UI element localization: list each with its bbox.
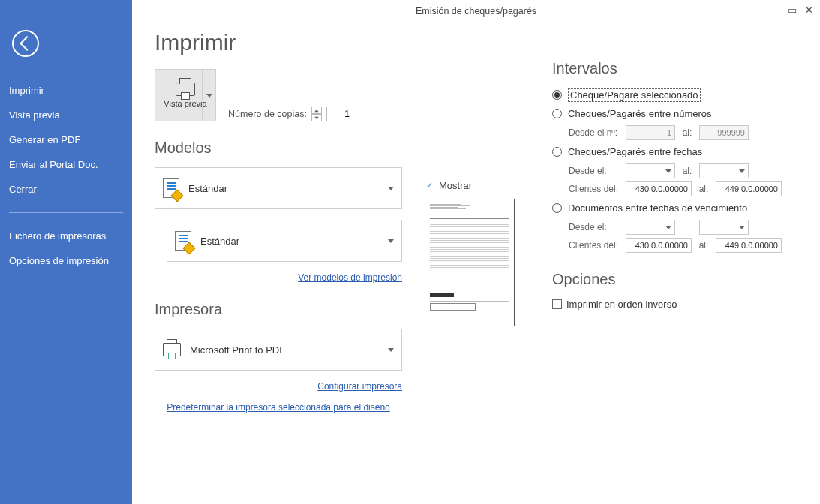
intervalos-heading: Intervalos <box>552 60 797 77</box>
radio-between-dates[interactable]: Cheques/Pagarés entre fechas <box>552 146 797 158</box>
predeterminar-link[interactable]: Predeterminar la impresora seleccionada … <box>155 402 402 412</box>
date-to[interactable] <box>699 164 749 178</box>
sidebar-item-fichero[interactable]: Fichero de impresoras <box>0 224 132 248</box>
opciones-heading: Opciones <box>552 271 797 288</box>
radio-icon <box>552 109 562 118</box>
sidebar-item-cerrar[interactable]: Cerrar <box>0 177 132 202</box>
radio-due-dates[interactable]: Documentos entre fechas de vencimiento <box>552 202 797 214</box>
inverso-checkbox[interactable] <box>552 299 562 309</box>
sidebar: Imprimir Vista previa Generar en PDF Env… <box>0 0 132 504</box>
printer-label: Microsoft Print to PDF <box>190 344 285 356</box>
copies-down[interactable] <box>311 114 322 122</box>
vista-previa-label: Vista previa <box>164 99 206 108</box>
impresora-heading: Impresora <box>155 301 402 318</box>
desde-el-label2: Desde el: <box>569 222 621 232</box>
sidebar-item-imprimir[interactable]: Imprimir <box>0 78 132 103</box>
desde-n-input[interactable] <box>626 125 675 140</box>
configurar-impresora-link[interactable]: Configurar impresora <box>155 381 402 392</box>
models-heading: Modelos <box>155 140 402 157</box>
back-button[interactable] <box>12 30 39 57</box>
clientes-label: Clientes del: <box>569 184 621 194</box>
due-cli-to-input[interactable] <box>716 238 782 253</box>
right-column: Intervalos Cheque/Pagaré seleccionado Ch… <box>552 60 797 489</box>
model2-label: Estándar <box>200 236 239 247</box>
printer-icon <box>176 82 195 96</box>
model-dropdown-2[interactable]: Estándar <box>167 220 402 262</box>
radio-numbers-label: Cheques/Pagarés entre números <box>568 108 712 119</box>
vista-previa-dropdown[interactable] <box>202 70 215 121</box>
radio-dates-label: Cheques/Pagarés entre fechas <box>568 146 702 158</box>
date-from[interactable] <box>626 164 675 178</box>
cli-from-input[interactable] <box>626 182 692 196</box>
chevron-down-icon <box>388 348 394 352</box>
model1-label: Estándar <box>188 183 227 194</box>
chevron-down-icon <box>206 94 212 98</box>
due-date-to[interactable] <box>699 220 749 235</box>
al-label: al: <box>696 240 711 250</box>
main-content: Imprimir Vista previa Número de copias: … <box>132 0 820 504</box>
al-label: al: <box>680 128 695 138</box>
copies-label: Número de copias: <box>228 109 307 119</box>
sidebar-separator <box>9 212 123 213</box>
al-label: al: <box>696 184 711 194</box>
document-icon <box>175 231 191 250</box>
page-title: Imprimir <box>155 30 402 56</box>
desde-el-label: Desde el: <box>569 166 621 176</box>
radio-due-label: Documentos entre fechas de vencimiento <box>568 202 747 214</box>
sidebar-item-opciones[interactable]: Opciones de impresión <box>0 248 132 273</box>
radio-icon <box>552 147 562 157</box>
printer-icon <box>163 343 181 356</box>
radio-between-numbers[interactable]: Cheques/Pagarés entre números <box>552 108 797 119</box>
clientes-label2: Clientes del: <box>569 240 621 250</box>
sidebar-item-vista-previa[interactable]: Vista previa <box>0 103 132 128</box>
preview-column: Mostrar <box>425 180 530 489</box>
preview-thumbnail[interactable] <box>425 199 515 326</box>
left-column: Imprimir Vista previa Número de copias: … <box>155 30 402 489</box>
cli-to-input[interactable] <box>716 182 782 196</box>
al-label: al: <box>680 166 695 176</box>
copies-input[interactable] <box>326 106 353 122</box>
due-date-from[interactable] <box>626 220 675 235</box>
radio-icon <box>552 203 562 213</box>
model-dropdown-1[interactable]: Estándar <box>155 167 402 209</box>
chevron-down-icon <box>388 187 394 190</box>
back-arrow-icon <box>20 36 35 51</box>
mostrar-label: Mostrar <box>439 180 472 191</box>
due-cli-from-input[interactable] <box>626 238 692 253</box>
chevron-down-icon <box>739 170 745 173</box>
chevron-down-icon <box>739 226 745 230</box>
radio-selected-label: Cheque/Pagaré seleccionado <box>568 88 701 102</box>
sidebar-item-pdf[interactable]: Generar en PDF <box>0 128 132 152</box>
ver-modelos-link[interactable]: Ver modelos de impresión <box>155 272 402 283</box>
copies-up[interactable] <box>311 106 322 114</box>
inverso-label: Imprimir en orden inverso <box>566 298 677 310</box>
printer-dropdown[interactable]: Microsoft Print to PDF <box>155 328 402 370</box>
sidebar-item-portal[interactable]: Enviar al Portal Doc. <box>0 152 132 177</box>
desde-n-label: Desde el nº: <box>569 128 621 138</box>
hasta-n-input[interactable] <box>699 125 749 140</box>
chevron-down-icon <box>665 226 671 230</box>
document-icon <box>163 178 179 198</box>
radio-selected[interactable]: Cheque/Pagaré seleccionado <box>552 88 797 102</box>
chevron-down-icon <box>665 170 671 173</box>
vista-previa-button[interactable]: Vista previa <box>155 69 216 122</box>
radio-icon <box>552 90 562 100</box>
chevron-down-icon <box>388 239 394 243</box>
mostrar-checkbox[interactable] <box>425 181 434 190</box>
